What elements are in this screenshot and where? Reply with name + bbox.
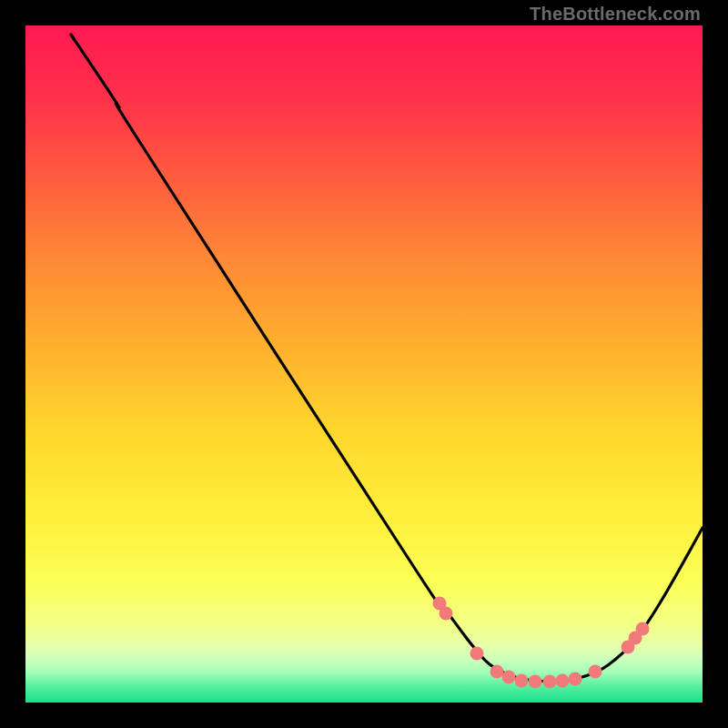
data-point bbox=[543, 675, 557, 689]
data-point bbox=[490, 665, 504, 679]
data-point bbox=[440, 607, 453, 621]
data-point bbox=[515, 674, 529, 688]
bottleneck-curve bbox=[71, 35, 703, 682]
data-point bbox=[529, 675, 542, 689]
data-point bbox=[569, 672, 582, 686]
data-point bbox=[589, 665, 602, 679]
data-point bbox=[556, 674, 570, 688]
chart-svg bbox=[25, 25, 703, 703]
watermark-text: TheBottleneck.com bbox=[530, 4, 701, 25]
data-point bbox=[470, 647, 484, 661]
chart-stage: TheBottleneck.com bbox=[0, 0, 728, 728]
chart-frame bbox=[25, 25, 703, 703]
data-point bbox=[636, 622, 650, 636]
data-point bbox=[502, 671, 516, 684]
